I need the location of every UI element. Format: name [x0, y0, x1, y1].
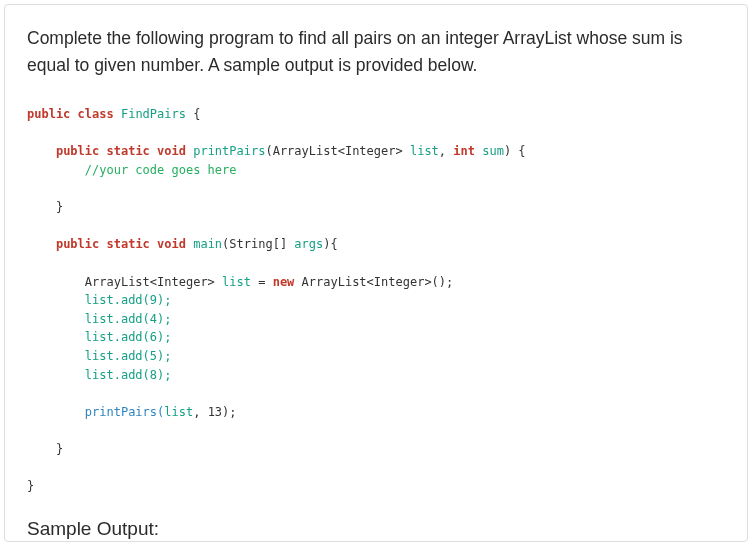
method-mods: public static void	[56, 144, 186, 158]
ctor: ArrayList<Integer>();	[294, 275, 453, 289]
param: list	[410, 144, 439, 158]
stmt: list.add(9);	[85, 293, 172, 307]
stmt: list.add(4);	[85, 312, 172, 326]
arg: list	[164, 405, 193, 419]
sig-end: ) {	[504, 144, 526, 158]
question-card: Complete the following program to find a…	[4, 4, 748, 542]
sig: ,	[439, 144, 453, 158]
param: args	[294, 237, 323, 251]
sig: (String[]	[222, 237, 294, 251]
brace-close: }	[56, 200, 63, 214]
kw-class: class	[70, 107, 121, 121]
var: list	[222, 275, 258, 289]
brace-close: }	[27, 479, 34, 493]
param: sum	[475, 144, 504, 158]
kw-new: new	[273, 275, 295, 289]
sig: (ArrayList<Integer>	[265, 144, 410, 158]
kw-public: public	[27, 107, 70, 121]
eq: =	[258, 275, 272, 289]
method-name: main	[186, 237, 222, 251]
code-block: public class FindPairs { public static v…	[27, 105, 725, 495]
call-end: , 13);	[193, 405, 236, 419]
stmt: list.add(6);	[85, 330, 172, 344]
class-name: FindPairs	[121, 107, 193, 121]
method-mods: public static void	[56, 237, 186, 251]
kw-int: int	[453, 144, 475, 158]
stmt: ArrayList<Integer>	[85, 275, 222, 289]
stmt: list.add(5);	[85, 349, 172, 363]
brace-open: {	[193, 107, 200, 121]
call: printPairs(	[85, 405, 164, 419]
question-prompt: Complete the following program to find a…	[27, 25, 725, 79]
comment: //your code goes here	[85, 163, 237, 177]
brace-close: }	[56, 442, 63, 456]
stmt: list.add(8);	[85, 368, 172, 382]
sample-output-heading: Sample Output:	[27, 518, 725, 540]
method-name: printPairs	[186, 144, 265, 158]
sig-end: ){	[323, 237, 337, 251]
